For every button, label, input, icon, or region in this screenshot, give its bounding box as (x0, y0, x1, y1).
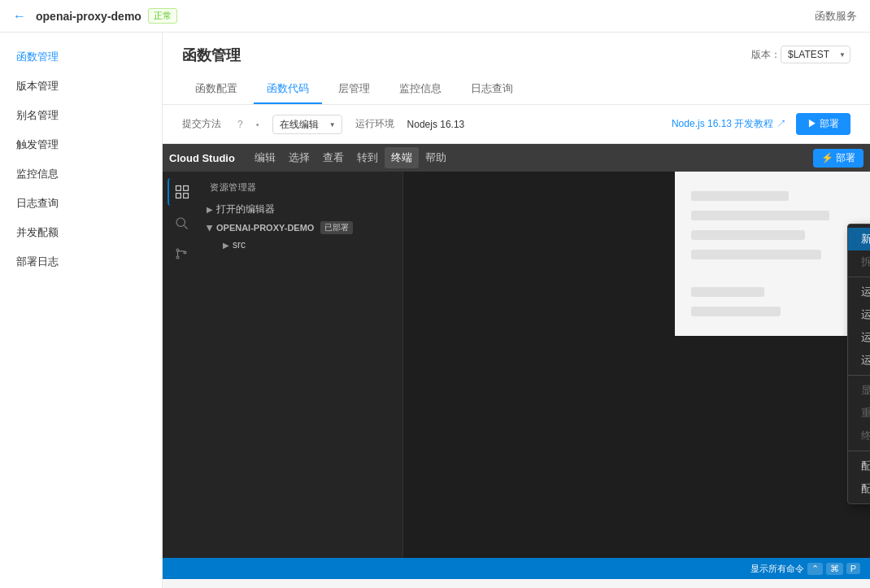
menubar-edit[interactable]: 编辑 (248, 147, 282, 168)
placeholder-panel (675, 172, 870, 336)
key2-badge: ⌘ (826, 563, 843, 575)
placeholder-bar-2 (691, 211, 829, 220)
sidebar-item-log-query[interactable]: 日志查询 (0, 189, 162, 218)
help-icon[interactable]: ? (237, 119, 243, 130)
back-button[interactable]: ← (13, 9, 26, 24)
status-badge: 正常 (148, 8, 177, 24)
svg-rect-0 (176, 186, 181, 191)
placeholder-bar-5 (691, 287, 764, 297)
submit-method-select[interactable]: 在线编辑 (272, 115, 342, 134)
submit-method-wrap: 在线编辑 (272, 115, 342, 134)
vs-git-icon[interactable] (167, 240, 195, 268)
file-explorer: 资源管理器 ▶ 打开的编辑器 ▶ OPENAI-PROXY-DEMO 已部署 ▶… (200, 172, 403, 579)
run-active-label: 运行活动文件 (861, 330, 870, 345)
deploy-button[interactable]: ▶ 部署 (796, 113, 850, 135)
tab-func-code[interactable]: 函数代码 (254, 75, 322, 104)
run-selected-label: 运行所选文本 (861, 353, 870, 368)
key3-badge: P (846, 563, 860, 574)
version-selector: 版本： $LATEST (751, 46, 850, 63)
vs-explorer-icon[interactable] (167, 178, 195, 206)
placeholder-bar-4 (691, 250, 821, 259)
menu-run-active[interactable]: 运行活动文件 (848, 326, 870, 349)
page-title: 函数管理 (182, 46, 241, 65)
menubar-goto[interactable]: 转到 (350, 147, 385, 168)
menubar-select[interactable]: 选择 (282, 147, 316, 168)
menu-split-terminal: 拆分终端 ⌘\ (848, 250, 870, 273)
menu-run-selected[interactable]: 运行所选文本 (848, 349, 870, 372)
sidebar-item-func-mgmt[interactable]: 函数管理 (0, 42, 162, 72)
bottom-status-bar: 显示所有命令 ⌃ ⌘ P (163, 558, 870, 579)
menubar-help[interactable]: 帮助 (419, 147, 453, 168)
app-name: openai-proxy-demo (36, 10, 141, 23)
divider-3 (848, 451, 870, 451)
placeholder-bar-1 (691, 191, 789, 201)
terminal-context-menu: 新终端 ⌃⌘` 拆分终端 ⌘\ 运行任务... 运行 (847, 224, 870, 504)
editor-wrapper: Cloud Studio 编辑 选择 查看 转到 终端 帮助 ⚡ 部署 (163, 144, 870, 579)
restart-running-label: 重启正在运行的任务... (861, 406, 870, 420)
show-commands[interactable]: 显示所有命令 ⌃ ⌘ P (750, 563, 860, 575)
menu-configure-task[interactable]: 配置任务... (848, 455, 870, 477)
cloud-studio-logo: Cloud Studio (169, 152, 235, 164)
split-terminal-label: 拆分终端 (861, 255, 870, 269)
menubar-deploy-btn[interactable]: ⚡ 部署 (813, 149, 863, 168)
show-commands-label: 显示所有命令 (750, 563, 804, 575)
version-label: 版本： (751, 48, 781, 62)
placeholder-bar-3 (691, 230, 805, 240)
menu-run-task[interactable]: 运行任务... (848, 281, 870, 303)
menubar-right: ⚡ 部署 (813, 149, 863, 168)
tab-layer-mgmt[interactable]: 层管理 (325, 75, 383, 104)
top-header: ← openai-proxy-demo 正常 函数服务 (0, 0, 870, 33)
runtime-label: 运行环境 (355, 117, 394, 131)
version-select[interactable]: $LATEST (781, 46, 850, 63)
submit-label: 提交方法 (182, 117, 221, 131)
menu-run-build[interactable]: 运行生成任务... ⇧⌘B (848, 303, 870, 326)
divider-1 (848, 277, 870, 277)
placeholder-bar-6 (691, 307, 781, 316)
explorer-open-editors[interactable]: ▶ 打开的编辑器 (200, 200, 402, 219)
svg-rect-2 (176, 194, 181, 198)
svg-point-4 (176, 218, 185, 227)
right-title: 函数服务 (815, 9, 857, 24)
divider-2 (848, 375, 870, 376)
tab-log-query[interactable]: 日志查询 (458, 75, 526, 104)
open-editors-label: 打开的编辑器 (216, 203, 275, 216)
chevron-icon: ▶ (207, 205, 213, 214)
sidebar-item-trigger-mgmt[interactable]: 触发管理 (0, 130, 162, 159)
toolbar-right: Node.js 16.13 开发教程 ↗ ▶ 部署 (672, 113, 850, 135)
configure-task-label: 配置任务... (861, 459, 870, 473)
dot-separator: • (256, 120, 259, 129)
menu-terminate: 终止任务... (848, 425, 870, 447)
vs-search-icon[interactable] (167, 209, 195, 237)
run-build-label: 运行生成任务... (861, 307, 870, 322)
explorer-src-folder[interactable]: ▶ src (200, 237, 402, 253)
doc-link[interactable]: Node.js 16.13 开发教程 ↗ (672, 117, 786, 131)
svg-line-5 (184, 225, 187, 229)
menubar-view[interactable]: 查看 (316, 147, 350, 168)
tabs-bar: 函数配置 函数代码 层管理 监控信息 日志查询 (182, 75, 850, 104)
key1-badge: ⌃ (807, 563, 823, 575)
main-content: 函数管理 版本： $LATEST 函数配置 函数代码 层管理 监控信息 日志查询 (163, 33, 870, 588)
sidebar-item-concurrency[interactable]: 并发配额 (0, 218, 162, 247)
menubar-terminal[interactable]: 终端 (385, 147, 419, 168)
new-terminal-label: 新终端 (861, 232, 870, 246)
runtime-value: Nodejs 16.13 (407, 119, 465, 130)
menubar: Cloud Studio 编辑 选择 查看 转到 终端 帮助 ⚡ 部署 (163, 144, 870, 172)
tab-func-config[interactable]: 函数配置 (182, 75, 250, 104)
src-label: src (233, 239, 246, 250)
explorer-project-folder[interactable]: ▶ OPENAI-PROXY-DEMO 已部署 (200, 219, 402, 237)
svg-rect-1 (184, 186, 189, 191)
run-task-label: 运行任务... (861, 285, 870, 299)
menu-configure-default[interactable]: 配置默认生成任务... (848, 477, 870, 500)
code-view: 新终端 ⌃⌘` 拆分终端 ⌘\ 运行任务... 运行 (403, 172, 870, 579)
sidebar-item-monitor-info[interactable]: 监控信息 (0, 159, 162, 189)
editor-body: 资源管理器 ▶ 打开的编辑器 ▶ OPENAI-PROXY-DEMO 已部署 ▶… (163, 172, 870, 579)
menu-new-terminal[interactable]: 新终端 ⌃⌘` (848, 228, 870, 250)
sidebar-item-alias-mgmt[interactable]: 别名管理 (0, 101, 162, 130)
sidebar-item-deploy-log[interactable]: 部署日志 (0, 247, 162, 277)
menu-show-running: 显示正在运行的任务... (848, 379, 870, 402)
tab-monitor-info[interactable]: 监控信息 (386, 75, 455, 104)
sidebar-item-version-mgmt[interactable]: 版本管理 (0, 72, 162, 101)
project-label: OPENAI-PROXY-DEMO (216, 223, 314, 233)
main-layout: 函数管理 版本管理 别名管理 触发管理 监控信息 日志查询 并发配额 部署日志 … (0, 33, 870, 588)
vs-activity-bar (163, 172, 200, 579)
